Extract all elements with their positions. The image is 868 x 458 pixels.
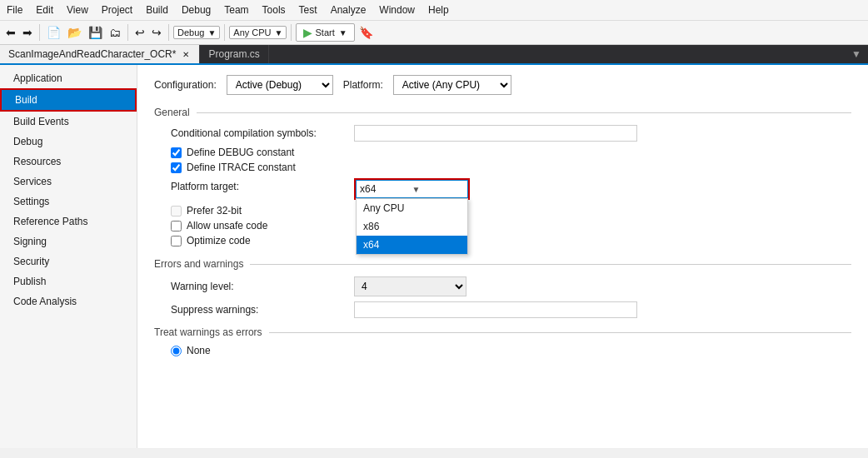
warning-level-label: Warning level: bbox=[171, 281, 354, 292]
treat-warnings-header: Treat warnings as errors bbox=[154, 326, 851, 338]
menu-window[interactable]: Window bbox=[372, 2, 422, 18]
platform-select[interactable]: Active (Any CPU) bbox=[393, 75, 511, 95]
sidebar-item-security[interactable]: Security bbox=[0, 251, 137, 271]
start-dropdown-arrow[interactable]: ▼ bbox=[339, 28, 347, 37]
optimize-code-checkbox[interactable] bbox=[171, 236, 182, 246]
save-all-icon[interactable]: 🗂 bbox=[107, 24, 123, 41]
general-section-line bbox=[197, 112, 851, 113]
treat-none-row: None bbox=[154, 345, 851, 356]
separator-3 bbox=[168, 24, 169, 41]
optimize-code-row: Optimize code bbox=[154, 235, 851, 246]
sidebar-item-build-events[interactable]: Build Events bbox=[0, 112, 137, 132]
tab-program-label: Program.cs bbox=[208, 48, 259, 60]
platform-target-label: Platform target: bbox=[171, 178, 354, 192]
content-area: Configuration: Active (Debug) Platform: … bbox=[137, 65, 868, 448]
errors-section-header: Errors and warnings bbox=[154, 258, 851, 270]
menu-team[interactable]: Team bbox=[217, 2, 255, 18]
configuration-select[interactable]: Active (Debug) bbox=[227, 75, 333, 95]
sidebar: Application Build Build Events Debug Res… bbox=[0, 65, 137, 448]
menu-debug[interactable]: Debug bbox=[175, 2, 217, 18]
open-icon[interactable]: 📂 bbox=[65, 24, 84, 41]
start-button[interactable]: ▶ Start ▼ bbox=[296, 23, 354, 42]
conditional-compilation-row: Conditional compilation symbols: bbox=[154, 125, 851, 142]
prefer-32bit-checkbox[interactable] bbox=[171, 206, 182, 217]
sidebar-item-build[interactable]: Build bbox=[0, 88, 137, 112]
platform-target-row: Platform target: x64 ▼ Any CPU x86 x64 bbox=[154, 178, 851, 200]
allow-unsafe-row: Allow unsafe code bbox=[154, 220, 851, 231]
suppress-warnings-label: Suppress warnings: bbox=[171, 304, 354, 316]
menu-view[interactable]: View bbox=[60, 2, 95, 18]
tabbar-more[interactable]: ▼ bbox=[845, 45, 868, 63]
sidebar-item-reference-paths[interactable]: Reference Paths bbox=[0, 212, 137, 231]
undo-icon[interactable]: ↩ bbox=[132, 24, 147, 41]
platform-dropdown-popup: Any CPU x86 x64 bbox=[356, 198, 468, 255]
errors-title: Errors and warnings bbox=[154, 258, 243, 270]
define-itrace-checkbox[interactable] bbox=[171, 162, 182, 173]
conditional-label: Conditional compilation symbols: bbox=[171, 127, 354, 139]
redo-icon[interactable]: ↪ bbox=[149, 24, 164, 41]
define-itrace-label: Define ITRACE constant bbox=[187, 162, 296, 173]
tabbar: ScanImageAndReadCharacter_OCR* ✕ Program… bbox=[0, 45, 868, 65]
menu-file[interactable]: File bbox=[0, 2, 29, 18]
sidebar-item-debug[interactable]: Debug bbox=[0, 132, 137, 152]
tab-scan-label: ScanImageAndReadCharacter_OCR* bbox=[8, 48, 176, 60]
treat-none-radio[interactable] bbox=[171, 346, 182, 356]
save-icon[interactable]: 💾 bbox=[86, 24, 105, 41]
sidebar-item-services[interactable]: Services bbox=[0, 172, 137, 192]
menu-edit[interactable]: Edit bbox=[29, 2, 60, 18]
warning-level-row: Warning level: 4 0 1 2 3 bbox=[154, 276, 851, 296]
back-icon[interactable]: ⬅ bbox=[3, 24, 18, 41]
general-title: General bbox=[154, 107, 190, 118]
option-any-cpu[interactable]: Any CPU bbox=[357, 199, 467, 217]
suppress-warnings-row: Suppress warnings: bbox=[154, 301, 851, 318]
sidebar-item-code-analysis[interactable]: Code Analysis bbox=[0, 291, 137, 311]
tab-scan-close[interactable]: ✕ bbox=[181, 50, 191, 59]
prefer-32bit-label: Prefer 32-bit bbox=[187, 205, 242, 217]
menu-analyze[interactable]: Analyze bbox=[324, 2, 373, 18]
platform-label: Platform: bbox=[343, 79, 383, 91]
define-debug-label: Define DEBUG constant bbox=[187, 147, 294, 158]
menu-project[interactable]: Project bbox=[95, 2, 139, 18]
tab-program-cs[interactable]: Program.cs bbox=[200, 45, 268, 63]
separator-4 bbox=[224, 24, 225, 41]
allow-unsafe-checkbox[interactable] bbox=[171, 221, 182, 231]
start-label: Start bbox=[315, 27, 334, 37]
configuration-label: Configuration: bbox=[154, 79, 217, 91]
define-debug-checkbox[interactable] bbox=[171, 147, 182, 158]
define-itrace-row: Define ITRACE constant bbox=[154, 162, 851, 173]
sidebar-item-settings[interactable]: Settings bbox=[0, 192, 137, 212]
sidebar-item-publish[interactable]: Publish bbox=[0, 271, 137, 291]
sidebar-item-resources[interactable]: Resources bbox=[0, 152, 137, 172]
platform-dropdown-arrow: ▼ bbox=[412, 185, 465, 194]
debug-label: Debug bbox=[177, 27, 204, 37]
separator-5 bbox=[291, 24, 292, 41]
cpu-dropdown[interactable]: Any CPU ▼ bbox=[229, 26, 287, 39]
platform-target-select[interactable]: x64 ▼ bbox=[356, 180, 468, 198]
sidebar-item-signing[interactable]: Signing bbox=[0, 231, 137, 251]
option-x86[interactable]: x86 bbox=[357, 217, 467, 236]
errors-section-line bbox=[250, 264, 851, 265]
general-section-header: General bbox=[154, 107, 851, 118]
bookmark-icon[interactable]: 🔖 bbox=[357, 24, 376, 41]
separator-1 bbox=[39, 24, 40, 41]
forward-icon[interactable]: ➡ bbox=[20, 24, 35, 41]
menu-help[interactable]: Help bbox=[422, 2, 456, 18]
tab-scan-image[interactable]: ScanImageAndReadCharacter_OCR* ✕ bbox=[0, 45, 200, 63]
menu-test[interactable]: Test bbox=[292, 2, 324, 18]
allow-unsafe-label: Allow unsafe code bbox=[187, 220, 267, 231]
option-x64[interactable]: x64 bbox=[357, 236, 467, 254]
treat-warnings-title: Treat warnings as errors bbox=[154, 326, 262, 338]
new-icon[interactable]: 📄 bbox=[44, 24, 63, 41]
play-icon: ▶ bbox=[303, 26, 312, 39]
conditional-input[interactable] bbox=[354, 125, 637, 142]
debug-dropdown[interactable]: Debug ▼ bbox=[173, 26, 220, 39]
optimize-code-label: Optimize code bbox=[187, 235, 251, 246]
cpu-label: Any CPU bbox=[233, 27, 271, 37]
warning-level-select[interactable]: 4 0 1 2 3 bbox=[354, 276, 466, 296]
treat-section-line bbox=[269, 332, 851, 333]
menu-tools[interactable]: Tools bbox=[256, 2, 292, 18]
menu-build[interactable]: Build bbox=[139, 2, 175, 18]
sidebar-item-application[interactable]: Application bbox=[0, 68, 137, 88]
suppress-warnings-input[interactable] bbox=[354, 301, 637, 318]
platform-target-dropdown-wrapper: x64 ▼ Any CPU x86 x64 bbox=[354, 178, 470, 200]
